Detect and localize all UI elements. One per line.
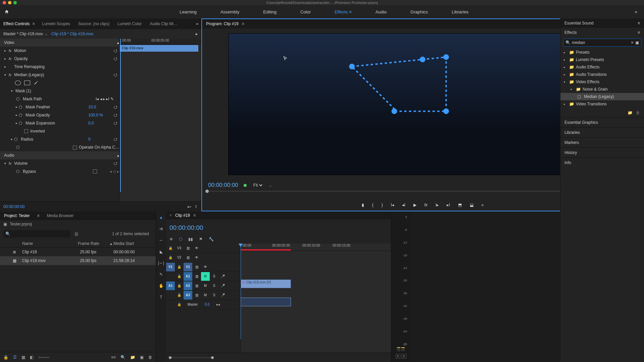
- tree-audio-effects[interactable]: ▸📁Audio Effects: [560, 63, 644, 71]
- mask-feather[interactable]: ▸⬠Mask Feather10.0⭯: [0, 103, 119, 111]
- solo-right[interactable]: S: [402, 354, 406, 359]
- eye-icon[interactable]: 👁: [192, 244, 201, 253]
- ws-effects[interactable]: Effects ≡: [332, 8, 354, 16]
- tab-lumetri-scopes[interactable]: Lumetri Scopes: [42, 20, 71, 28]
- motion-effect[interactable]: ▸fxMotion⭯: [0, 47, 119, 55]
- opacity-effect[interactable]: ▸fxOpacity⭯: [0, 55, 119, 63]
- panel-menu-icon[interactable]: ≡: [638, 21, 640, 25]
- wrench-icon[interactable]: 🔧: [209, 237, 214, 242]
- tab-lumetri-color[interactable]: Lumetri Color: [117, 20, 142, 28]
- effect-mini-timeline[interactable]: :00:00 00:00:05:00 Clip #19.mov: [119, 39, 201, 201]
- panel-menu-icon[interactable]: ≡: [32, 21, 35, 26]
- sequence-menu-icon[interactable]: ≡: [193, 213, 196, 218]
- video-clip[interactable]: fxClip #19.mov [V]: [241, 279, 291, 288]
- automate-icon[interactable]: ≡≡: [111, 355, 116, 360]
- ws-libraries[interactable]: Libraries: [449, 8, 471, 16]
- extract-icon[interactable]: ⬓: [470, 203, 474, 207]
- home-button[interactable]: [0, 5, 13, 18]
- export-icon[interactable]: ⇪: [194, 204, 198, 209]
- panel-menu-icon[interactable]: ≡: [37, 213, 39, 218]
- table-header[interactable]: Name Frame Rate▴ Media Start: [0, 240, 156, 248]
- tab-overflow-icon[interactable]: »: [196, 21, 198, 26]
- lift-icon[interactable]: ⬒: [458, 203, 462, 207]
- step-fwd-icon[interactable]: I▸: [436, 203, 439, 207]
- linked-selection-icon[interactable]: ⬡: [179, 237, 182, 242]
- ws-graphics[interactable]: Graphics: [408, 8, 431, 16]
- ws-audio[interactable]: Audio: [373, 8, 389, 16]
- clear-search-icon[interactable]: ✕: [631, 40, 634, 45]
- tree-median-legacy[interactable]: ▢Median (Legacy): [560, 93, 644, 100]
- project-search[interactable]: 🔍: [3, 230, 70, 238]
- panel-info[interactable]: Info: [560, 157, 644, 167]
- settings-icon[interactable]: ⚑: [199, 237, 203, 242]
- ws-menu-icon[interactable]: ≡: [349, 9, 352, 14]
- tree-video-transitions[interactable]: ▸📁Video Transitions: [560, 100, 644, 108]
- voice-icon[interactable]: 🎤: [218, 272, 227, 281]
- tree-video-effects[interactable]: ▾📁Video Effects: [560, 78, 644, 86]
- mask-outline[interactable]: [229, 34, 616, 175]
- panel-menu-icon[interactable]: ≡: [638, 30, 640, 35]
- panel-essential-graphics[interactable]: Essential Graphics: [560, 117, 644, 127]
- bin-icon[interactable]: ▣: [3, 222, 7, 226]
- mini-clip-bar[interactable]: Clip #19.mov: [119, 45, 199, 52]
- find-icon[interactable]: 🔍: [120, 355, 126, 360]
- close-sequence-icon[interactable]: ×: [169, 213, 172, 218]
- slip-tool-icon[interactable]: |↔|: [158, 260, 164, 266]
- tab-audio-clip[interactable]: Audio Clip Mi…: [149, 20, 178, 28]
- ws-assembly[interactable]: Assembly: [218, 8, 242, 16]
- mask-ellipse-icon[interactable]: [15, 81, 21, 85]
- mute-icon[interactable]: M: [201, 272, 210, 281]
- kf-prev-icon[interactable]: I◂ ◂ ▸ ▸I ✎: [96, 97, 119, 101]
- video-section[interactable]: Video▴: [0, 39, 119, 47]
- hand-tool-icon[interactable]: ✋: [158, 282, 164, 289]
- clip-current-label[interactable]: Clip #19 * Clip #19.mov: [51, 32, 93, 36]
- collapse-master-icon[interactable]: ▸◂: [214, 300, 222, 309]
- minimize-window-icon[interactable]: [8, 1, 11, 4]
- effects-header[interactable]: Effects≡: [560, 28, 644, 37]
- new-item-icon[interactable]: ▣: [140, 355, 144, 360]
- volume-effect[interactable]: ▾fxVolume⭯: [0, 159, 119, 167]
- track-select-tool-icon[interactable]: ⇉: [158, 225, 164, 232]
- timeline-tracks[interactable]: :00:0000:00:05:0000:00:10:0000:00:15:00 …: [241, 244, 391, 353]
- tab-source[interactable]: Source: (no clips): [78, 20, 110, 28]
- zoom-select[interactable]: Fit: [252, 183, 263, 188]
- mini-playhead[interactable]: [120, 39, 121, 192]
- close-window-icon[interactable]: [3, 1, 6, 4]
- tab-effect-controls[interactable]: Effect Controls: [3, 20, 30, 28]
- mask-path[interactable]: ⬠Mask Path I◂ ◂ ▸ ▸I ✎: [0, 95, 119, 103]
- tree-presets[interactable]: ▸📁Presets: [560, 49, 644, 56]
- snap-icon[interactable]: ❄: [169, 237, 173, 242]
- timeline-tc[interactable]: 00:00:00:00: [169, 224, 203, 231]
- reset-icon[interactable]: ⭯: [112, 48, 119, 53]
- ws-color[interactable]: Color: [298, 8, 313, 16]
- go-in-icon[interactable]: I◂: [391, 203, 394, 207]
- maximize-window-icon[interactable]: [13, 1, 17, 4]
- new-bin-icon[interactable]: ▣: [635, 40, 639, 45]
- list-view-icon[interactable]: ☰: [13, 355, 17, 360]
- mask-rect-icon[interactable]: [24, 81, 30, 85]
- alpha-checkbox[interactable]: [73, 146, 77, 150]
- ec-play-icon[interactable]: ▸: [196, 32, 198, 36]
- tab-media-browser[interactable]: Media Browser: [46, 212, 75, 219]
- tree-audio-transitions[interactable]: ▸📁Audio Transitions: [560, 71, 644, 78]
- program-menu-icon[interactable]: ≡: [242, 21, 244, 26]
- playhead[interactable]: [241, 244, 241, 339]
- mark-in-icon[interactable]: ▮: [362, 203, 364, 207]
- ws-learning[interactable]: Learning: [177, 8, 199, 16]
- play-icon[interactable]: ▶: [413, 203, 416, 207]
- icon-view-icon[interactable]: ▦: [21, 355, 25, 360]
- selection-tool-icon[interactable]: ▲: [158, 214, 164, 221]
- bracket-out-icon[interactable]: }: [382, 203, 383, 207]
- zoom-caret-icon[interactable]: ⌵: [269, 182, 272, 188]
- ripple-tool-icon[interactable]: ↔: [158, 237, 164, 244]
- source-v1[interactable]: V1: [166, 263, 175, 271]
- filter-icon[interactable]: ▥: [75, 231, 78, 236]
- trash-icon[interactable]: 🗑: [148, 355, 152, 360]
- marker-icon[interactable]: ▮▮: [188, 237, 193, 242]
- table-row[interactable]: ≣ Clip #19 25.00 fps 00:00:00:00: [0, 248, 156, 256]
- inverted-checkbox[interactable]: [24, 129, 28, 133]
- mask-pen-icon[interactable]: [34, 81, 38, 85]
- program-in-tc[interactable]: 00:00:00:00: [208, 182, 238, 189]
- tree-noise-grain[interactable]: ▾📁Noise & Grain: [560, 86, 644, 93]
- tab-sequence[interactable]: Clip #19: [175, 212, 191, 219]
